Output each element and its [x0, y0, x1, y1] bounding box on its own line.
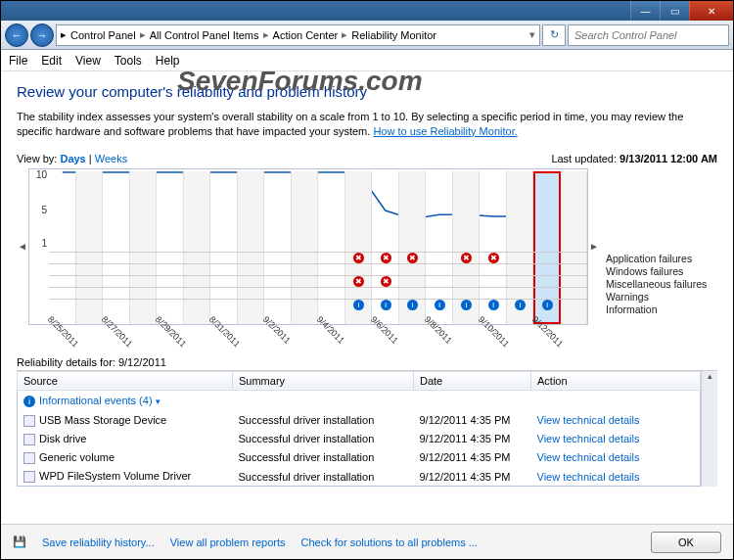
- refresh-button[interactable]: ↻: [542, 24, 566, 46]
- minimize-button[interactable]: —: [630, 1, 660, 21]
- menubar: File Edit View Tools Help: [1, 50, 733, 71]
- close-button[interactable]: ✕: [689, 1, 733, 21]
- error-icon[interactable]: ✖: [381, 253, 391, 263]
- last-updated-label: Last updated:: [551, 153, 619, 164]
- ok-button[interactable]: OK: [651, 532, 721, 553]
- error-icon[interactable]: ✖: [381, 276, 391, 287]
- label-warnings: Warnings: [606, 291, 717, 303]
- menu-file[interactable]: File: [9, 54, 27, 68]
- table-row[interactable]: Generic volumeSuccessful driver installa…: [18, 448, 701, 467]
- error-icon[interactable]: ✖: [461, 253, 472, 263]
- label-information: Information: [606, 303, 717, 315]
- last-updated-value: 9/13/2011 12:00 AM: [619, 153, 717, 164]
- x-label: 9/6/2011: [369, 314, 400, 346]
- info-icon[interactable]: i: [353, 300, 364, 310]
- chevron-down-icon: ▾: [156, 397, 161, 406]
- crumb-3[interactable]: Reliability Monitor: [351, 29, 436, 41]
- forward-button[interactable]: →: [30, 23, 54, 47]
- help-link[interactable]: How to use Reliability Monitor.: [373, 125, 517, 137]
- viewby-days[interactable]: Days: [60, 153, 85, 164]
- view-details-link[interactable]: View technical details: [537, 471, 640, 483]
- error-icon[interactable]: ✖: [407, 253, 418, 263]
- maximize-button[interactable]: ▭: [660, 1, 689, 21]
- group-header-label: Informational events (4): [39, 395, 153, 406]
- breadcrumb-icon: ▸: [61, 28, 67, 41]
- table-row[interactable]: Disk driveSuccessful driver installation…: [18, 430, 701, 448]
- info-icon[interactable]: i: [407, 300, 418, 310]
- crumb-1[interactable]: All Control Panel Items: [150, 29, 259, 41]
- table-header-row: Source Summary Date Action: [18, 371, 701, 390]
- details-section: Reliability details for: 9/12/2011 Sourc…: [17, 354, 717, 487]
- chevron-down-icon[interactable]: ▾: [529, 28, 535, 41]
- description: The stability index assesses your system…: [17, 110, 717, 139]
- disk-icon: 💾: [13, 536, 26, 548]
- details-table: Source Summary Date Action iInformationa…: [17, 371, 701, 487]
- plot-area: [49, 171, 587, 250]
- details-header: Reliability details for: 9/12/2011: [17, 354, 717, 371]
- row-information: [49, 299, 587, 310]
- address-breadcrumb[interactable]: ▸ Control Panel▸ All Control Panel Items…: [56, 24, 540, 46]
- reliability-monitor-window: — ▭ ✕ ← → ▸ Control Panel▸ All Control P…: [0, 0, 734, 560]
- menu-edit[interactable]: Edit: [41, 54, 62, 68]
- content-area: SevenForums.com Review your computer's r…: [1, 71, 733, 487]
- row-label-column: Application failures Windows failures Mi…: [600, 168, 717, 325]
- error-icon[interactable]: ✖: [353, 276, 364, 287]
- info-icon: i: [23, 396, 35, 407]
- view-details-link[interactable]: View technical details: [537, 414, 640, 426]
- crumb-2[interactable]: Action Center: [273, 29, 339, 41]
- x-label: 9/12/2011: [530, 314, 565, 349]
- description-text: The stability index assesses your system…: [17, 111, 683, 137]
- x-label: 8/27/2011: [100, 314, 134, 349]
- error-icon[interactable]: ✖: [353, 253, 364, 263]
- last-updated: Last updated: 9/13/2011 12:00 AM: [551, 153, 717, 164]
- info-icon[interactable]: i: [515, 300, 526, 310]
- x-label: 9/4/2011: [315, 314, 346, 346]
- row-warnings: [49, 287, 587, 299]
- error-icon[interactable]: ✖: [488, 253, 499, 263]
- table-row[interactable]: USB Mass Storage DeviceSuccessful driver…: [18, 411, 701, 430]
- menu-view[interactable]: View: [75, 54, 101, 68]
- search-input[interactable]: [568, 24, 729, 46]
- label-win-failures: Windows failures: [606, 265, 717, 277]
- info-icon[interactable]: i: [461, 300, 472, 310]
- viewby-weeks[interactable]: Weeks: [95, 153, 127, 164]
- check-solutions-link[interactable]: Check for solutions to all problems ...: [301, 537, 478, 548]
- col-summary[interactable]: Summary: [233, 371, 414, 390]
- chart-wrap: ◄ 10 5 1 ✖✖✖✖✖✖✖iiiiiiii 8/25/20118/27/2…: [17, 168, 717, 325]
- file-icon: [23, 471, 35, 483]
- view-details-link[interactable]: View technical details: [537, 433, 640, 444]
- label-misc-failures: Miscellaneous failures: [606, 278, 717, 290]
- scroll-right-button[interactable]: ►: [588, 168, 600, 325]
- group-header-row[interactable]: iInformational events (4) ▾: [18, 390, 701, 411]
- ytick-10: 10: [31, 169, 47, 180]
- event-grid: ✖✖✖✖✖✖✖iiiiiiii: [49, 252, 587, 312]
- crumb-0[interactable]: Control Panel: [70, 29, 136, 41]
- scrollbar[interactable]: ▴: [701, 371, 717, 487]
- view-all-reports-link[interactable]: View all problem reports: [170, 537, 286, 548]
- viewby-label: View by:: [17, 153, 57, 164]
- scroll-left-button[interactable]: ◄: [17, 168, 28, 325]
- col-action[interactable]: Action: [531, 371, 701, 390]
- col-date[interactable]: Date: [414, 371, 531, 390]
- col-source[interactable]: Source: [18, 371, 233, 390]
- x-label: 8/25/2011: [46, 314, 80, 349]
- info-icon[interactable]: i: [435, 300, 445, 310]
- x-axis-labels: 8/25/20118/27/20118/29/20118/31/20119/2/…: [49, 314, 587, 344]
- info-icon[interactable]: i: [488, 300, 499, 310]
- titlebar[interactable]: — ▭ ✕: [1, 1, 733, 21]
- viewby: View by: Days | Weeks: [17, 153, 127, 164]
- x-label: 8/31/2011: [207, 314, 242, 349]
- info-icon[interactable]: i: [381, 300, 391, 310]
- footer: 💾 Save reliability history... View all p…: [1, 524, 733, 559]
- info-icon[interactable]: i: [542, 300, 553, 310]
- menu-help[interactable]: Help: [156, 54, 180, 68]
- menu-tools[interactable]: Tools: [115, 54, 142, 68]
- view-details-link[interactable]: View technical details: [537, 451, 640, 463]
- reliability-chart[interactable]: 10 5 1 ✖✖✖✖✖✖✖iiiiiiii 8/25/20118/27/201…: [28, 168, 588, 325]
- x-label: 8/29/2011: [154, 314, 188, 349]
- table-row[interactable]: WPD FileSystem Volume DriverSuccessful d…: [18, 467, 701, 487]
- file-icon: [23, 415, 35, 427]
- save-history-link[interactable]: Save reliability history...: [42, 537, 155, 548]
- file-icon: [23, 434, 35, 445]
- back-button[interactable]: ←: [5, 23, 28, 47]
